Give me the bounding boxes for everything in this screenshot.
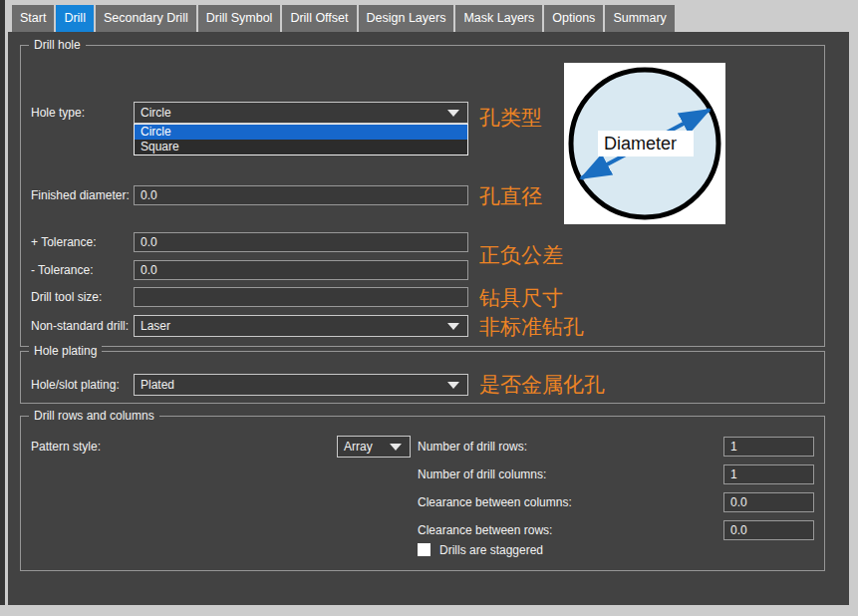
tab-drill[interactable]: Drill xyxy=(56,5,94,32)
drills-staggered-label: Drills are staggered xyxy=(439,540,543,561)
clearance-columns-input[interactable] xyxy=(723,492,814,512)
annotation-finished-diameter: 孔直径 xyxy=(479,184,542,207)
tab-secondary-drill[interactable]: Secondary Drill xyxy=(96,5,196,32)
hole-type-combobox[interactable]: Circle xyxy=(134,102,468,124)
diameter-label: Diameter xyxy=(604,134,677,154)
tab-design-layers[interactable]: Design Layers xyxy=(359,5,454,32)
drill-rows-columns-group-label: Drill rows and columns xyxy=(29,409,159,423)
drill-columns-input[interactable] xyxy=(723,464,814,484)
drill-rows-input[interactable] xyxy=(723,437,814,457)
clearance-rows-input[interactable] xyxy=(723,520,814,540)
clearance-rows-label: Clearance between rows: xyxy=(418,520,552,541)
pattern-style-combobox[interactable]: Array xyxy=(337,436,411,458)
annotation-hole-plating: 是否金属化孔 xyxy=(479,373,605,396)
annotation-tolerance: 正负公差 xyxy=(479,243,563,266)
annotation-drill-tool-size: 钻具尺寸 xyxy=(479,286,563,309)
annotation-hole-type: 孔类型 xyxy=(479,106,542,129)
tab-start[interactable]: Start xyxy=(12,5,54,32)
finished-diameter-input[interactable] xyxy=(134,185,468,205)
hole-type-option-circle[interactable]: Circle xyxy=(135,125,467,140)
annotation-non-standard-drill: 非标准钻孔 xyxy=(479,315,584,338)
pattern-style-label: Pattern style: xyxy=(31,437,101,458)
hole-slot-plating-value: Plated xyxy=(135,378,447,392)
tab-mask-layers[interactable]: Mask Layers xyxy=(455,5,542,32)
plus-tolerance-input[interactable] xyxy=(134,232,468,252)
drill-rows-columns-group: Drill rows and columns Pattern style: Ar… xyxy=(20,416,825,571)
non-standard-drill-label: Non-standard drill: xyxy=(31,316,129,337)
tab-drill-symbol[interactable]: Drill Symbol xyxy=(198,5,281,32)
drill-tool-size-input[interactable] xyxy=(134,287,468,307)
hole-type-option-square[interactable]: Square xyxy=(135,140,467,154)
window-left-edge xyxy=(0,0,5,605)
drill-tool-size-label: Drill tool size: xyxy=(31,287,102,308)
minus-tolerance-label: - Tolerance: xyxy=(31,260,93,281)
drill-hole-group-label: Drill hole xyxy=(29,38,86,52)
pattern-style-value: Array xyxy=(338,440,390,454)
clearance-columns-label: Clearance between columns: xyxy=(418,492,572,513)
drills-staggered-checkbox[interactable] xyxy=(418,543,430,556)
chevron-down-icon xyxy=(447,382,459,389)
minus-tolerance-input[interactable] xyxy=(134,260,468,280)
hole-slot-plating-label: Hole/slot plating: xyxy=(31,375,120,396)
diameter-diagram: Diameter xyxy=(564,63,725,228)
drill-hole-group: Drill hole Hole type: Circle Circle Squa… xyxy=(20,45,825,347)
hole-plating-group-label: Hole plating xyxy=(29,344,102,358)
drill-columns-label: Number of drill columns: xyxy=(418,464,546,485)
tab-options[interactable]: Options xyxy=(544,5,603,32)
hole-type-label: Hole type: xyxy=(31,103,85,124)
non-standard-drill-combobox[interactable]: Laser xyxy=(134,315,468,337)
drill-settings-window: Start Drill Secondary Drill Drill Symbol… xyxy=(0,0,858,616)
chevron-down-icon xyxy=(447,110,459,117)
non-standard-drill-value: Laser xyxy=(135,319,447,333)
hole-plating-group: Hole plating Hole/slot plating: Plated 是… xyxy=(20,351,825,404)
chevron-down-icon xyxy=(447,323,459,330)
tab-bar: Start Drill Secondary Drill Drill Symbol… xyxy=(12,5,675,32)
drill-tab-panel: Drill hole Hole type: Circle Circle Squa… xyxy=(8,32,849,605)
hole-slot-plating-combobox[interactable]: Plated xyxy=(134,374,468,396)
tab-drill-offset[interactable]: Drill Offset xyxy=(282,5,356,32)
tab-summary[interactable]: Summary xyxy=(605,5,674,32)
drill-rows-label: Number of drill rows: xyxy=(418,437,527,458)
hole-type-dropdown-list: Circle Square xyxy=(134,124,468,155)
chevron-down-icon xyxy=(390,444,402,451)
finished-diameter-label: Finished diameter: xyxy=(31,185,130,206)
hole-type-value: Circle xyxy=(135,106,447,120)
plus-tolerance-label: + Tolerance: xyxy=(31,232,97,253)
